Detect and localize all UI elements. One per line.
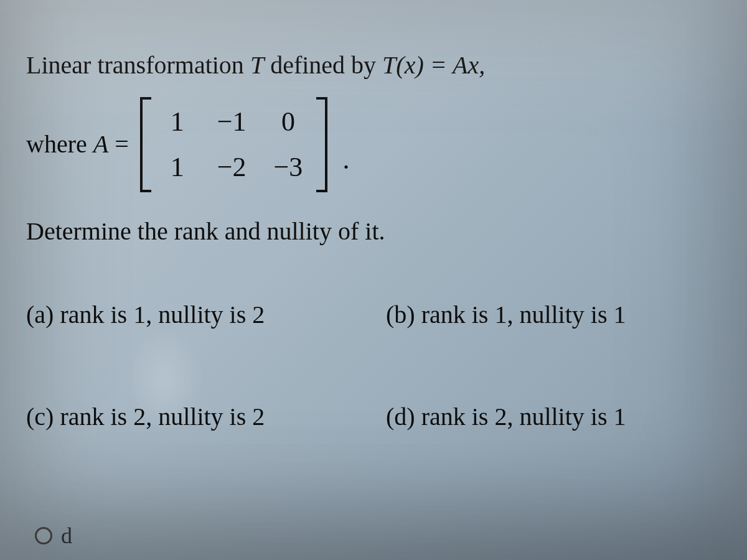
matrix-cell-2-1: 1 <box>165 149 190 185</box>
option-d[interactable]: (d) rank is 2, nullity is 1 <box>386 400 721 434</box>
var-A: A <box>93 130 108 158</box>
matrix-cell-1-3: 0 <box>274 103 303 140</box>
bracket-left-icon <box>140 97 151 192</box>
radio-option-d[interactable]: d <box>35 523 72 549</box>
equals-sign: = <box>108 130 129 158</box>
matrix-cell-2-2: −2 <box>217 149 247 185</box>
question-prompt: Determine the rank and nullity of it. <box>26 215 721 248</box>
matrix-definition-row: where A = 1 −1 0 1 −2 −3 . <box>26 97 721 192</box>
radio-label: d <box>61 523 72 549</box>
matrix-cell-2-3: −3 <box>274 149 303 185</box>
radio-icon[interactable] <box>35 527 52 544</box>
equation-Tx-Ax: T(x) = Ax, <box>382 51 485 79</box>
matrix-A: 1 −1 0 1 −2 −3 <box>140 97 328 192</box>
option-b[interactable]: (b) rank is 1, nullity is 1 <box>386 298 721 332</box>
where-text: where <box>26 130 93 158</box>
text-prefix: Linear transformation <box>26 51 250 79</box>
matrix-cell-1-1: 1 <box>165 103 190 140</box>
matrix-cell-1-2: −1 <box>217 103 247 140</box>
var-T: T <box>250 51 264 79</box>
option-a[interactable]: (a) rank is 1, nullity is 2 <box>26 298 361 332</box>
bracket-right-icon <box>316 97 327 192</box>
trailing-period: . <box>342 141 349 192</box>
answer-options: (a) rank is 1, nullity is 2 (b) rank is … <box>26 298 721 434</box>
option-c[interactable]: (c) rank is 2, nullity is 2 <box>26 400 361 434</box>
where-label: where A = <box>26 128 129 161</box>
question-body: Linear transformation T defined by T(x) … <box>26 49 721 434</box>
matrix-body: 1 −1 0 1 −2 −3 <box>151 97 317 192</box>
text-mid: defined by <box>264 51 382 79</box>
question-line-1: Linear transformation T defined by T(x) … <box>26 49 721 82</box>
